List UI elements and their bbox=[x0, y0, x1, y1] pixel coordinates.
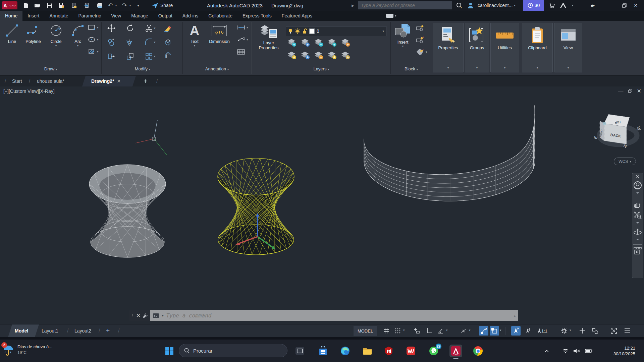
command-input-field[interactable]: ▾ ▴ bbox=[150, 310, 518, 321]
title-expand-arrow[interactable]: ▶ bbox=[350, 0, 356, 11]
doc-minimize-icon[interactable]: — bbox=[618, 88, 624, 94]
wcs-selector[interactable]: WCS▾ bbox=[614, 158, 636, 165]
explode-tool[interactable] bbox=[164, 38, 172, 46]
restore-button[interactable] bbox=[619, 0, 629, 11]
annotation-visibility-toggle[interactable] bbox=[511, 326, 521, 336]
showmotion-icon[interactable] bbox=[633, 247, 642, 255]
new-layout-button[interactable]: + bbox=[106, 324, 110, 337]
navigation-wheel-icon[interactable] bbox=[633, 181, 642, 190]
copy-tool[interactable] bbox=[107, 38, 115, 46]
offset-tool[interactable] bbox=[164, 52, 172, 60]
layer-edit-tool-2[interactable] bbox=[301, 51, 311, 60]
tab-insert[interactable]: Insert bbox=[22, 11, 44, 21]
command-drag-handle[interactable]: ⋮ bbox=[131, 314, 135, 317]
modify-panel-label[interactable]: Modify ▾ bbox=[103, 66, 182, 71]
file-tab-drawing2[interactable]: Drawing2* ✕ bbox=[91, 76, 121, 86]
command-close-icon[interactable]: ✕ bbox=[136, 312, 141, 319]
rotate-tool[interactable] bbox=[126, 24, 134, 32]
zoom-extents-icon[interactable] bbox=[633, 211, 642, 220]
tab-collaborate[interactable]: Collaborate bbox=[203, 11, 237, 21]
linear-dimension-tool[interactable]: ▾ bbox=[237, 25, 248, 30]
doc-close-icon[interactable]: ✕ bbox=[637, 88, 641, 94]
tab-annotate[interactable]: Annotate bbox=[44, 11, 73, 21]
autocad-logo-badge[interactable]: ACAD bbox=[2, 1, 17, 9]
chrome-icon[interactable] bbox=[472, 345, 484, 357]
mcafee-icon[interactable] bbox=[382, 345, 395, 357]
rectangle-tool[interactable]: ▾ bbox=[88, 24, 99, 31]
layer-edit-tool-4[interactable] bbox=[327, 51, 337, 60]
table-tool[interactable] bbox=[237, 49, 246, 55]
leader-tool[interactable]: ▾ bbox=[237, 37, 248, 42]
create-block-tool[interactable] bbox=[416, 24, 425, 32]
wifi-icon[interactable] bbox=[561, 345, 570, 357]
signed-in-user[interactable]: carolinacvicent...▾ bbox=[478, 0, 516, 11]
arc-button[interactable]: Arc ▾ bbox=[69, 23, 87, 47]
minimize-button[interactable]: — bbox=[608, 0, 618, 11]
overflow-chevrons-icon[interactable]: ▸▸ bbox=[586, 0, 598, 11]
clean-screen-toggle[interactable] bbox=[609, 326, 619, 336]
redo-dropdown[interactable]: ▾ bbox=[128, 0, 132, 11]
pan-hand-icon[interactable] bbox=[633, 200, 642, 209]
object-snap-toggle[interactable] bbox=[490, 326, 499, 336]
layout1-tab[interactable]: Layout1 bbox=[42, 324, 58, 337]
tray-chevron-icon[interactable] bbox=[542, 345, 551, 357]
save-icon[interactable] bbox=[44, 0, 55, 11]
open-folder-icon[interactable] bbox=[32, 0, 43, 11]
tab-view[interactable]: View bbox=[106, 11, 126, 21]
plot-icon[interactable] bbox=[94, 0, 105, 11]
user-avatar-icon[interactable] bbox=[465, 0, 476, 11]
block-panel-label[interactable]: Block ▾ bbox=[391, 66, 431, 71]
layer-edit-tool-1[interactable] bbox=[287, 51, 297, 60]
polar-tracking-toggle[interactable] bbox=[436, 326, 445, 336]
isodraft-toggle[interactable] bbox=[479, 326, 488, 336]
quick-access-dropdown[interactable]: ▾̶ bbox=[135, 0, 142, 11]
panel-clipboard[interactable]: Clipboard ▾ bbox=[522, 23, 553, 72]
isolate-objects-toggle[interactable] bbox=[590, 326, 600, 336]
orbit-icon[interactable] bbox=[633, 228, 642, 236]
undo-icon[interactable]: ↶ bbox=[106, 0, 115, 11]
array-tool[interactable]: ▾ bbox=[145, 52, 156, 60]
object-snap-tracking-toggle-flyout[interactable]: ▾ bbox=[469, 328, 471, 332]
dimension-button[interactable]: Dimension bbox=[204, 23, 235, 44]
weather-widget[interactable]: 2 Dias de chuva à... 19°C bbox=[3, 343, 52, 356]
caret[interactable] bbox=[636, 192, 640, 196]
layer-state-tool-2[interactable] bbox=[301, 38, 311, 47]
help-search-input[interactable] bbox=[358, 1, 452, 9]
tab-featured-apps[interactable]: Featured Apps bbox=[277, 11, 317, 21]
tab-manage[interactable]: Manage bbox=[126, 11, 153, 21]
caret[interactable] bbox=[636, 222, 640, 226]
annotation-scale-button[interactable]: 1:1 bbox=[541, 326, 547, 336]
snap-mode-toggle-flyout[interactable]: ▾ bbox=[403, 328, 405, 332]
drawing-viewport[interactable]: TOPBACKRIGHTENW [−][Custom View][X-Ray] … bbox=[0, 86, 644, 324]
edit-attributes-tool[interactable]: ▾ bbox=[416, 48, 427, 56]
whatsapp-icon[interactable]: 29 bbox=[427, 345, 440, 357]
insert-block-button[interactable]: Insert ▾ bbox=[392, 23, 413, 48]
edge-icon[interactable] bbox=[339, 345, 352, 357]
tab-output[interactable]: Output bbox=[153, 11, 177, 21]
layer-selector[interactable]: 0 ▾ bbox=[286, 26, 386, 36]
settings-gear[interactable] bbox=[559, 326, 569, 336]
layer-edit-tool-5[interactable] bbox=[341, 51, 351, 60]
annotation-panel-label[interactable]: Annotation ▾ bbox=[183, 66, 251, 71]
layer-properties-button[interactable]: LayerProperties bbox=[254, 23, 284, 50]
polyline-button[interactable]: Polyline bbox=[23, 23, 44, 44]
object-snap-toggle-flyout[interactable]: ▾ bbox=[500, 328, 501, 332]
fillet-tool[interactable]: ▾ bbox=[145, 38, 156, 46]
taskbar-clock[interactable]: 12:21 30/10/2025 bbox=[613, 340, 635, 362]
scale-tool[interactable] bbox=[126, 52, 134, 60]
polar-tracking-toggle-flyout[interactable]: ▾ bbox=[446, 328, 448, 332]
panel-utilities[interactable]: Utilities ▾ bbox=[490, 23, 519, 72]
cart-icon[interactable] bbox=[546, 0, 557, 11]
close-tab-icon[interactable]: ✕ bbox=[117, 78, 121, 84]
autocad-taskbar-icon[interactable]: CAD bbox=[449, 345, 462, 357]
layout2-tab[interactable]: Layout2 bbox=[74, 324, 91, 337]
layer-state-tool-5[interactable] bbox=[341, 38, 351, 47]
object-snap-tracking-toggle[interactable] bbox=[459, 326, 468, 336]
hatch-tool[interactable]: ▾ bbox=[88, 48, 99, 55]
share-button[interactable]: Share bbox=[152, 0, 173, 11]
snap-mode-toggle[interactable] bbox=[393, 326, 402, 336]
layer-state-tool-1[interactable] bbox=[287, 38, 297, 47]
layer-state-tool-4[interactable] bbox=[327, 38, 337, 47]
line-button[interactable]: Line bbox=[3, 23, 21, 44]
add-status-item[interactable] bbox=[578, 326, 587, 336]
